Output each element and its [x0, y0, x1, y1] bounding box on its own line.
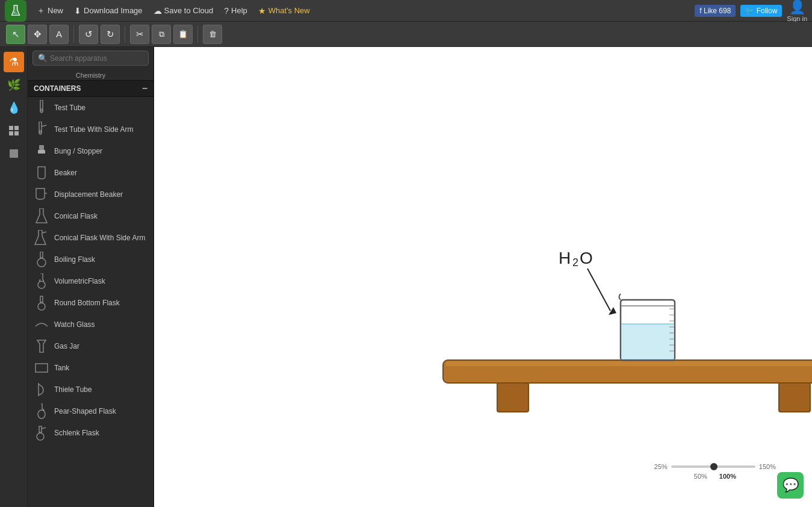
sidebar-item-test-tube[interactable]: Test Tube	[28, 97, 153, 119]
zoom-slider[interactable]	[671, 465, 755, 468]
move-icon: ✥	[34, 29, 42, 40]
tank-label: Tank	[54, 364, 69, 372]
svg-rect-12	[39, 145, 44, 150]
svg-text:2: 2	[572, 257, 578, 269]
sidebar-item-tank[interactable]: Tank	[28, 357, 153, 379]
svg-line-25	[42, 428, 46, 429]
biology-icon[interactable]: 🌿	[4, 75, 24, 95]
sidebar-item-boiling-flask[interactable]: Boiling Flask	[28, 249, 153, 270]
svg-rect-13	[38, 150, 45, 154]
new-icon: ＋	[37, 5, 45, 16]
main-area: ⚗ 🌿 💧 🔍 Chemistry CONTAINERS − Test Tube	[0, 47, 812, 507]
volumetric-flask-label: VolumetricFlask	[54, 277, 105, 285]
round-bottom-flask-label: Round Bottom Flask	[54, 299, 120, 307]
schlenk-flask-icon	[34, 425, 49, 441]
svg-rect-2	[9, 126, 13, 130]
sidebar-item-thiele-tube[interactable]: Thiele Tube	[28, 379, 153, 400]
test-tube-side-arm-label: Test Tube With Side Arm	[54, 125, 133, 134]
conical-flask-label: Conical Flask	[54, 212, 98, 220]
twitter-follow-button[interactable]: 🐦 Follow	[740, 5, 782, 17]
zoom-max-label: 150%	[759, 463, 776, 470]
svg-rect-29	[779, 383, 810, 412]
sidebar-item-pear-shaped-flask[interactable]: Pear-Shaped Flask	[28, 400, 153, 422]
copy-icon: ⧉	[159, 30, 164, 39]
cut-button[interactable]: ✂	[130, 25, 149, 44]
svg-rect-28	[497, 383, 528, 412]
boiling-flask-icon	[34, 252, 49, 267]
search-box[interactable]: 🔍	[33, 51, 149, 66]
sidebar-item-gas-jar[interactable]: Gas Jar	[28, 335, 153, 357]
displacement-beaker-icon	[34, 187, 49, 202]
facebook-like-button[interactable]: f Like 698	[695, 5, 736, 17]
svg-point-1	[16, 13, 17, 14]
app-logo	[5, 0, 26, 22]
top-toolbar: ＋ New ⬇ Download Image ☁ Save to Cloud ?…	[0, 0, 812, 22]
delete-button[interactable]: 🗑	[203, 25, 222, 44]
svg-text:H: H	[559, 249, 571, 267]
svg-rect-5	[14, 131, 19, 135]
download-icon: ⬇	[74, 6, 81, 16]
download-button[interactable]: ⬇ Download Image	[70, 4, 147, 17]
sidebar-item-conical-flask[interactable]: Conical Flask	[28, 205, 153, 227]
containers-section-header[interactable]: CONTAINERS −	[28, 80, 153, 97]
svg-rect-24	[39, 426, 42, 432]
help-icon: ?	[224, 6, 229, 16]
chemistry-icon[interactable]: ⚗	[4, 52, 24, 72]
save-button[interactable]: ☁ Save to Cloud	[149, 4, 218, 17]
zoom-mid-label: 50%	[694, 473, 707, 480]
svg-line-11	[42, 125, 46, 126]
svg-point-23	[37, 433, 44, 440]
test-tube-icon	[34, 100, 49, 116]
sidebar-item-volumetric-flask[interactable]: VolumetricFlask	[28, 270, 153, 292]
thiele-tube-label: Thiele Tube	[54, 385, 92, 394]
copy-button[interactable]: ⧉	[152, 25, 171, 44]
sign-in-area[interactable]: 👤 Sign in	[787, 0, 807, 22]
redo-button[interactable]: ↻	[101, 25, 120, 44]
bung-icon	[34, 143, 49, 159]
sidebar-item-conical-flask-side-arm[interactable]: Conical Flask With Side Arm	[28, 227, 153, 249]
toolbar-separator-2	[125, 26, 125, 43]
general-icon[interactable]	[4, 120, 24, 141]
chat-button[interactable]: 💬	[777, 472, 804, 499]
canvas-area[interactable]: H 2 O 25% 150% 50% 100% 💬	[154, 47, 812, 507]
displacement-beaker-label: Displacement Beaker	[54, 190, 123, 199]
sidebar-item-watch-glass[interactable]: Watch Glass	[28, 314, 153, 335]
paste-button[interactable]: 📋	[173, 25, 193, 44]
sidebar-item-displacement-beaker[interactable]: Displacement Beaker	[28, 184, 153, 205]
sidebar-item-schlenk-flask[interactable]: Schlenk Flask	[28, 422, 153, 444]
search-input[interactable]	[50, 54, 143, 63]
shapes-icon[interactable]	[4, 143, 24, 164]
new-button[interactable]: ＋ New	[33, 4, 67, 18]
round-bottom-flask-icon	[34, 295, 49, 311]
sidebar-item-beaker[interactable]: Beaker	[28, 162, 153, 184]
whats-new-button[interactable]: ★ What's New	[254, 4, 314, 17]
canvas-svg: H 2 O	[154, 47, 812, 507]
sidebar-item-test-tube-side-arm[interactable]: Test Tube With Side Arm	[28, 119, 153, 140]
text-tool-button[interactable]: A	[49, 25, 69, 44]
select-icon: ↖	[12, 29, 20, 40]
cut-icon: ✂	[136, 29, 144, 40]
svg-point-16	[37, 258, 46, 267]
cloud-icon: ☁	[153, 6, 162, 16]
sidebar-item-bung[interactable]: Bung / Stopper	[28, 140, 153, 162]
physics-icon[interactable]: 💧	[4, 98, 24, 118]
sidebar-item-round-bottom-flask[interactable]: Round Bottom Flask	[28, 292, 153, 314]
conical-flask-side-arm-icon	[34, 230, 49, 246]
undo-button[interactable]: ↺	[79, 25, 98, 44]
help-button[interactable]: ? Help	[220, 4, 252, 17]
select-tool-button[interactable]: ↖	[6, 25, 25, 44]
collapse-icon: −	[142, 83, 147, 94]
svg-point-18	[38, 281, 45, 288]
svg-point-19	[38, 303, 45, 310]
search-icon: 🔍	[38, 54, 48, 63]
svg-line-46	[587, 269, 610, 311]
conical-flask-icon	[34, 208, 49, 224]
second-toolbar: ↖ ✥ A ↺ ↻ ✂ ⧉ 📋 🗑	[0, 22, 812, 47]
bung-label: Bung / Stopper	[54, 147, 102, 155]
conical-flask-side-arm-label: Conical Flask With Side Arm	[54, 234, 145, 242]
move-tool-button[interactable]: ✥	[28, 25, 47, 44]
tank-icon	[34, 360, 49, 376]
test-tube-side-arm-icon	[34, 122, 49, 137]
text-icon: A	[56, 29, 62, 39]
gas-jar-label: Gas Jar	[54, 342, 79, 350]
